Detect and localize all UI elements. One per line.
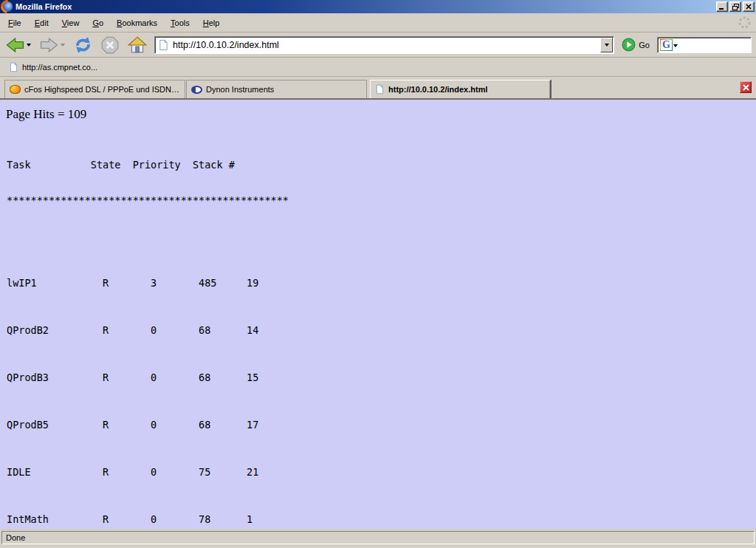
menu-item[interactable]: File xyxy=(1,16,28,30)
table-row: IDLER07521 xyxy=(7,466,750,478)
tab-index-html-active[interactable]: http://10.0.10.2/index.html xyxy=(370,80,551,98)
back-dropdown[interactable] xyxy=(27,44,31,49)
navigation-toolbar: http://10.0.10.2/index.html Go G xyxy=(0,32,756,58)
tab-close-icon xyxy=(743,84,749,91)
menu-item[interactable]: Edit xyxy=(28,16,55,30)
cell-task: IntMath xyxy=(7,513,103,525)
header-priority: Priority xyxy=(133,159,193,171)
firefox-logo-icon xyxy=(2,1,13,12)
menu-item[interactable]: View xyxy=(55,16,86,30)
cell-stack: 485 xyxy=(199,277,247,289)
header-state: State xyxy=(91,159,133,171)
cell-priority: 0 xyxy=(151,419,199,431)
close-tab-button[interactable] xyxy=(740,81,752,93)
minimize-button[interactable] xyxy=(716,1,728,12)
cell-state: R xyxy=(103,277,151,289)
cell-stack-num: 14 xyxy=(247,324,258,336)
cell-state: R xyxy=(103,324,151,336)
back-button[interactable] xyxy=(4,35,26,55)
table-rows: lwIP1R348519 QProdB2R06814 QProdB3R06815… xyxy=(7,242,750,529)
tab-label: Dynon Instruments xyxy=(206,85,274,94)
home-icon xyxy=(127,35,148,55)
cell-task: QProdB3 xyxy=(7,371,103,383)
cell-stack: 75 xyxy=(199,466,247,478)
cell-stack-num: 1 xyxy=(247,513,252,525)
restore-button[interactable] xyxy=(729,1,741,12)
cell-stack: 68 xyxy=(199,371,247,383)
close-button[interactable] xyxy=(743,1,755,12)
go-label: Go xyxy=(639,41,650,49)
close-icon xyxy=(746,4,752,10)
cell-state: R xyxy=(103,513,151,525)
go-button[interactable]: Go xyxy=(619,36,653,53)
cell-stack: 68 xyxy=(199,419,247,431)
table-header-row: TaskStatePriorityStack # xyxy=(7,159,750,171)
document-icon xyxy=(375,84,385,95)
menu-bar: File Edit View Go Bookmarks Tools Help xyxy=(0,13,756,32)
reload-button[interactable] xyxy=(72,35,94,55)
cell-priority: 0 xyxy=(151,466,199,478)
stop-button[interactable] xyxy=(100,35,120,55)
cell-task: QProdB5 xyxy=(7,419,103,431)
tab-label: http://10.0.10.2/index.html xyxy=(388,85,487,94)
cell-state: R xyxy=(103,466,151,478)
menu-item[interactable]: Tools xyxy=(164,16,196,30)
bookmark-label: http://as.cmpnet.co... xyxy=(22,63,97,72)
search-engine-dropdown[interactable] xyxy=(673,44,678,49)
home-button[interactable] xyxy=(126,35,148,55)
menu-item[interactable]: Bookmarks xyxy=(110,16,164,30)
document-icon xyxy=(9,62,18,72)
titlebar: Mozilla Firefox xyxy=(0,0,756,13)
tab-bar: cFos Highspeed DSL / PPPoE und ISDN CAP.… xyxy=(0,77,756,100)
table-row: QProdB3R06815 xyxy=(7,371,750,383)
cell-stack-num: 21 xyxy=(247,466,258,478)
page-hits-text: Page Hits = 109 xyxy=(6,107,750,122)
restore-icon xyxy=(732,4,739,10)
cell-task: IDLE xyxy=(7,466,103,478)
menu-item[interactable]: Help xyxy=(196,16,227,30)
tab-dynon[interactable]: Dynon Instruments xyxy=(186,80,367,98)
table-row: QProdB5R06817 xyxy=(7,419,750,431)
cell-stack: 68 xyxy=(199,324,247,336)
cell-task: lwIP1 xyxy=(7,277,103,289)
cell-stack-num: 15 xyxy=(247,371,258,383)
cell-priority: 0 xyxy=(151,513,199,525)
cfos-icon xyxy=(10,85,21,94)
window-controls xyxy=(716,1,755,12)
header-stack: Stack # xyxy=(193,159,235,171)
window-title: Mozilla Firefox xyxy=(16,2,716,11)
cell-state: R xyxy=(103,419,151,431)
forward-button[interactable] xyxy=(38,35,60,55)
table-row: QProdB2R06814 xyxy=(7,324,750,336)
table-row: IntMathR0781 xyxy=(7,513,750,525)
table-row: lwIP1R348519 xyxy=(7,277,750,289)
back-icon xyxy=(5,36,25,54)
stop-icon xyxy=(100,35,120,55)
cell-state: R xyxy=(103,371,151,383)
url-bar[interactable]: http://10.0.10.2/index.html xyxy=(154,36,614,54)
cell-stack-num: 17 xyxy=(247,419,258,431)
tab-cfos[interactable]: cFos Highspeed DSL / PPPoE und ISDN CAP.… xyxy=(4,80,185,98)
forward-dropdown[interactable] xyxy=(61,44,65,49)
status-bar: Done xyxy=(0,529,756,548)
minimize-icon xyxy=(719,4,725,10)
page-content: Page Hits = 109 TaskStatePriorityStack #… xyxy=(0,100,756,529)
go-icon xyxy=(622,38,636,52)
tab-label: cFos Highspeed DSL / PPPoE und ISDN CAP.… xyxy=(24,85,180,94)
header-task: Task xyxy=(7,159,91,171)
bookmark-item[interactable]: http://as.cmpnet.co... xyxy=(6,61,100,74)
dynon-icon xyxy=(191,86,202,94)
cell-priority: 3 xyxy=(151,277,199,289)
task-table: TaskStatePriorityStack # ***************… xyxy=(7,135,750,529)
document-icon xyxy=(158,39,169,51)
url-dropdown[interactable] xyxy=(600,38,613,52)
menu-item[interactable]: Go xyxy=(86,16,110,30)
chevron-down-icon xyxy=(605,44,609,49)
url-input[interactable]: http://10.0.10.2/index.html xyxy=(173,40,600,50)
cell-stack: 78 xyxy=(199,513,247,525)
cell-priority: 0 xyxy=(151,371,199,383)
cell-priority: 0 xyxy=(151,324,199,336)
google-logo-icon: G xyxy=(660,39,673,51)
search-input[interactable]: G xyxy=(657,37,752,53)
separator-line: ****************************************… xyxy=(7,194,750,206)
